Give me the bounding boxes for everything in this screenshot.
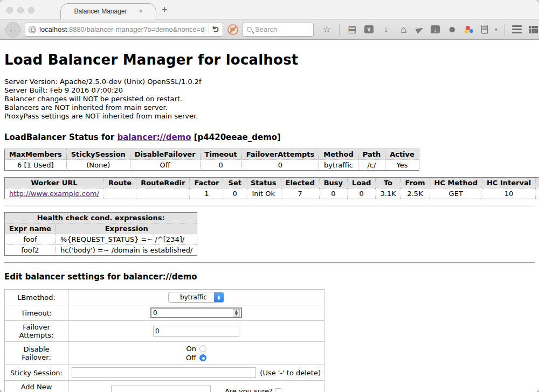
cell-expr-name: foof2 <box>5 245 56 256</box>
search-icon <box>247 27 252 32</box>
col-timeout: Timeout <box>200 149 241 160</box>
col-passes: Passes <box>536 178 539 188</box>
reload-icon[interactable]: ↻ <box>211 26 221 33</box>
inherit-note: Balancers are NOT inherited from main se… <box>4 103 535 112</box>
toolbar-separator <box>339 24 340 36</box>
colored-dots-extension-icon[interactable] <box>465 25 474 34</box>
close-window-button[interactable] <box>6 7 13 13</box>
worker-url-link[interactable]: http://www.example.com/ <box>9 190 99 198</box>
cell-route <box>103 188 136 199</box>
number-stepper-icon[interactable]: ▲▼ <box>233 309 240 317</box>
chevron-down-icon[interactable]: ▾ <box>495 27 497 32</box>
timeout-input[interactable] <box>150 307 242 318</box>
divider <box>4 262 535 263</box>
server-built: Server Built: Feb 9 2016 07:00:20 <box>4 86 535 95</box>
lbmethod-select[interactable]: bytraffic ▲▼ <box>168 292 224 303</box>
col-load: Load <box>348 178 376 188</box>
cell-active: Yes <box>385 160 419 171</box>
col-from: From <box>400 178 430 188</box>
cell-expression: %{REQUEST_STATUS} =~ /^[234]/ <box>56 234 197 245</box>
grid-extension-icon[interactable] <box>529 26 538 33</box>
pocket-icon[interactable]: ∨ <box>364 25 374 33</box>
col-failoverattempts: FailoverAttempts <box>241 149 319 160</box>
back-button[interactable]: ← <box>5 22 20 37</box>
failover-on-radio[interactable] <box>199 345 206 352</box>
failover-attempts-input[interactable] <box>153 326 239 337</box>
table-row: foof %{REQUEST_STATUS} =~ /^[234]/ <box>5 234 197 245</box>
bookmark-star-icon[interactable]: ☆ <box>321 24 332 35</box>
failover-attempts-label: Failover Attempts: <box>5 321 68 342</box>
timeout-row: Timeout: ▲▼ <box>5 305 324 321</box>
browser-window: Balancer Manager × + ← localhost:8880/ba… <box>0 0 539 392</box>
failover-off-radio[interactable] <box>199 354 206 361</box>
search-bar[interactable]: Search <box>243 23 314 37</box>
col-elected: Elected <box>281 178 319 188</box>
url-path: :8880/balancer-manager?b=demo&nonce=decc… <box>67 25 205 33</box>
table-row: foof2 hc('body') =~ /domain is establish… <box>5 245 197 256</box>
col-status: Status <box>246 178 281 188</box>
sure-text: Are you sure? <box>225 387 273 392</box>
balancer-demo-link[interactable]: balancer://demo <box>117 132 191 142</box>
new-tab-button[interactable]: + <box>162 5 168 15</box>
radio-off-label: Off <box>186 354 196 362</box>
sticky-session-input[interactable] <box>72 367 255 378</box>
col-routeredir: RouteRedir <box>136 178 190 188</box>
lbmethod-row: LBmethod: bytraffic ▲▼ <box>5 290 324 305</box>
cell-stickysession: (None) <box>66 160 130 171</box>
cell-load: 0 <box>348 188 376 199</box>
table-header-row: Expr name Expression <box>5 223 197 234</box>
table-row: http://www.example.com/ 1 0 Init Ok 7 0 … <box>5 188 539 199</box>
col-stickysession: StickySession <box>66 149 130 160</box>
minimize-window-button[interactable] <box>17 7 24 13</box>
save-box-icon[interactable]: ↓ <box>431 25 440 33</box>
clipboard-icon[interactable]: ▤ <box>347 24 357 35</box>
col-expression: Expression <box>56 223 197 234</box>
url-bar[interactable]: localhost:8880/balancer-manager?b=demo&n… <box>25 23 223 37</box>
col-route: Route <box>103 178 136 188</box>
select-stepper-icon: ▲▼ <box>214 292 224 302</box>
menu-icon[interactable] <box>512 25 522 33</box>
zoom-window-button[interactable] <box>28 7 34 13</box>
tab-balancer-manager[interactable]: Balancer Manager × <box>60 3 156 19</box>
url-text[interactable]: localhost:8880/balancer-manager?b=demo&n… <box>39 25 205 33</box>
home-icon[interactable]: ⌂ <box>398 24 409 36</box>
table-header-row: MaxMembers StickySession DisableFailover… <box>5 149 419 160</box>
window-controls[interactable] <box>6 7 34 13</box>
sticky-session-hint: (Use '-' to delete) <box>260 369 321 377</box>
persist-note: Balancer changes will NOT be persisted o… <box>4 95 535 103</box>
add-worker-label: Add New Worker: <box>5 381 68 392</box>
container-icon[interactable] <box>481 25 488 34</box>
table-row: 6 [1 Used] (None) Off 0 0 bytraffic /c/ … <box>5 160 419 171</box>
col-factor: Factor <box>190 178 224 188</box>
sticky-session-row: Sticky Session: (Use '-' to delete) <box>5 365 324 381</box>
cell-hc-method: GET <box>430 188 482 199</box>
toolbar-separator-2 <box>505 24 505 36</box>
send-tab-icon[interactable] <box>415 25 424 33</box>
cell-passes: 1 (0) <box>536 188 539 199</box>
cell-to: 3.1K <box>376 188 400 199</box>
navigation-toolbar: ← localhost:8880/balancer-manager?b=demo… <box>0 19 539 40</box>
add-worker-row: Add New Worker: Are you sure? <box>5 381 324 392</box>
content-block-icon[interactable] <box>227 24 238 35</box>
col-disablefailover: DisableFailover <box>130 149 200 160</box>
add-worker-input[interactable] <box>111 386 211 392</box>
cell-set: 0 <box>224 188 246 199</box>
col-to: To <box>376 178 400 188</box>
are-you-sure-checkbox[interactable] <box>275 388 281 392</box>
cell-expression: hc('body') =~ /domain is established/ <box>56 245 197 256</box>
tab-close-icon[interactable]: × <box>139 8 143 15</box>
table-header-row: Worker URL Route RouteRedir Factor Set S… <box>5 178 539 188</box>
col-hc-method: HC Method <box>430 178 482 188</box>
cell-busy: 0 <box>319 188 347 199</box>
col-expr-name: Expr name <box>5 223 56 234</box>
edit-settings-heading: Edit balancer settings for balancer://de… <box>4 272 535 282</box>
disable-failover-label: Disable Failover: <box>5 342 68 365</box>
col-set: Set <box>224 178 246 188</box>
lbmethod-label: LBmethod: <box>5 290 68 305</box>
downloads-icon[interactable]: ↓ <box>381 24 391 35</box>
col-active: Active <box>385 149 419 160</box>
are-you-sure-label: Are you sure? <box>225 387 281 392</box>
balancer-settings-form: LBmethod: bytraffic ▲▼ Timeout: ▲▼ <box>4 289 535 392</box>
feedback-smiley-icon[interactable]: ☻ <box>447 24 458 35</box>
radio-on-label: On <box>186 345 196 353</box>
